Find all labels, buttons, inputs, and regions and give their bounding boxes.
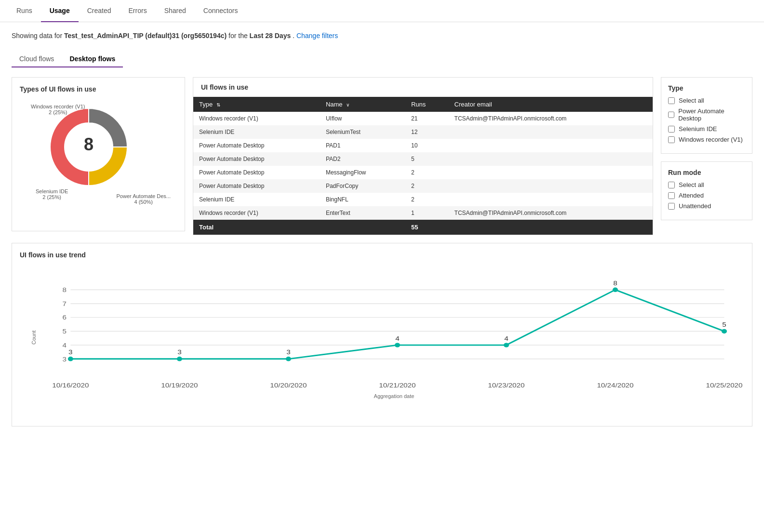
nav-tab-usage[interactable]: Usage xyxy=(41,0,79,22)
svg-text:3: 3 xyxy=(177,348,182,356)
total-label: Total xyxy=(193,220,320,235)
run-mode-filter-option-0: Select all xyxy=(668,181,745,188)
run-mode-filter-option-1: Attended xyxy=(668,192,745,199)
svg-point-21 xyxy=(395,343,400,347)
type-filter-option-2: Selenium IDE xyxy=(668,125,745,133)
type-filter-option-0: Select all xyxy=(668,97,745,104)
run-mode-checkbox-1[interactable] xyxy=(668,192,675,199)
svg-text:10/19/2020: 10/19/2020 xyxy=(161,382,198,389)
svg-text:7: 7 xyxy=(63,300,67,307)
col-creator[interactable]: Creator email xyxy=(449,97,653,112)
run-mode-filter-card: Run mode Select allAttendedUnattended xyxy=(661,161,752,220)
flow-tab-desktop-flows[interactable]: Desktop flows xyxy=(62,51,123,66)
svg-text:10/23/2020: 10/23/2020 xyxy=(488,382,524,389)
svg-text:8: 8 xyxy=(63,286,67,293)
svg-point-15 xyxy=(177,357,182,361)
svg-text:4: 4 xyxy=(395,335,400,342)
nav-tab-errors[interactable]: Errors xyxy=(120,0,156,22)
svg-text:3: 3 xyxy=(63,356,67,363)
type-filter-option-3: Windows recorder (V1) xyxy=(668,136,745,143)
flow-tab-cloud-flows[interactable]: Cloud flows xyxy=(12,51,62,66)
table-row: Power Automate DesktopMessagingFlow2 xyxy=(193,166,653,179)
table-row: Selenium IDEBingNFL2 xyxy=(193,193,653,206)
svg-text:8: 8 xyxy=(613,279,617,287)
donut-label-pad: Power Automate Des...4 (50%) xyxy=(117,193,171,205)
type-filter-checkbox-3[interactable] xyxy=(668,136,675,143)
table-title: UI flows in use xyxy=(193,78,653,97)
svg-text:10/20/2020: 10/20/2020 xyxy=(270,382,307,389)
donut-center: 8 xyxy=(84,134,94,154)
svg-text:3: 3 xyxy=(286,348,291,356)
trend-title: UI flows in use trend xyxy=(20,251,744,259)
type-filter-card: Type Select allPower Automate DesktopSel… xyxy=(661,77,752,154)
svg-text:10/21/2020: 10/21/2020 xyxy=(379,382,416,389)
col-runs[interactable]: Runs xyxy=(405,97,449,112)
svg-text:4: 4 xyxy=(63,342,67,349)
svg-text:5: 5 xyxy=(63,328,67,335)
ui-flows-table-card: UI flows in use Type ⇅ Name ∨ Runs Creat… xyxy=(193,77,653,235)
run-mode-checkbox-0[interactable] xyxy=(668,182,675,188)
type-filter-title: Type xyxy=(668,84,745,92)
svg-text:10/24/2020: 10/24/2020 xyxy=(597,382,633,389)
x-axis-label: Aggregation date xyxy=(44,393,744,399)
trend-card: UI flows in use trend Count 345678310/16… xyxy=(12,243,752,426)
svg-point-12 xyxy=(68,357,73,361)
y-axis-label: Count xyxy=(31,330,37,344)
svg-text:4: 4 xyxy=(504,335,509,342)
svg-text:6: 6 xyxy=(63,314,67,321)
subtitle-text: Showing data for Test_test_AdminAPI_TIP … xyxy=(12,32,752,40)
period-label: Last 28 Days xyxy=(250,32,291,40)
table-row: Power Automate DesktopPAD110 xyxy=(193,139,653,152)
run-mode-filter-option-2: Unattended xyxy=(668,202,745,210)
svg-text:10/25/2020: 10/25/2020 xyxy=(706,382,742,389)
svg-point-18 xyxy=(286,357,291,361)
nav-tab-shared[interactable]: Shared xyxy=(156,0,195,22)
col-name[interactable]: Name ∨ xyxy=(320,97,405,112)
ui-flows-table: Type ⇅ Name ∨ Runs Creator email Windows… xyxy=(193,97,653,235)
table-row: Windows recorder (V1)UIflow21TCSAdmin@TI… xyxy=(193,112,653,125)
svg-point-27 xyxy=(613,288,618,292)
run-mode-checkbox-2[interactable] xyxy=(668,203,675,210)
nav-tab-runs[interactable]: Runs xyxy=(8,0,41,22)
nav-tab-connectors[interactable]: Connectors xyxy=(195,0,247,22)
donut-chart: 8 Windows recorder (V1)2 (25%) Selenium … xyxy=(40,99,156,214)
donut-chart-card: Types of UI flows in use 8 Windows recor… xyxy=(12,77,185,231)
filter-panels: Type Select allPower Automate DesktopSel… xyxy=(661,77,752,220)
svg-text:10/16/2020: 10/16/2020 xyxy=(52,382,89,389)
donut-label-windows: Windows recorder (V1)2 (25%) xyxy=(31,104,85,115)
svg-point-24 xyxy=(504,343,509,347)
svg-text:3: 3 xyxy=(68,348,73,356)
trend-chart: 345678310/16/2020310/19/2020310/20/20204… xyxy=(44,265,744,390)
donut-title: Types of UI flows in use xyxy=(20,85,177,93)
org-name: Test_test_AdminAPI_TIP (default)31 (org5… xyxy=(64,32,227,40)
change-filters-link[interactable]: Change filters xyxy=(296,32,338,40)
svg-text:5: 5 xyxy=(722,321,726,328)
type-filter-option-1: Power Automate Desktop xyxy=(668,107,745,122)
table-row: Power Automate DesktopPadForCopy2 xyxy=(193,179,653,193)
table-row: Selenium IDESeleniumTest12 xyxy=(193,125,653,139)
col-type[interactable]: Type ⇅ xyxy=(193,97,320,112)
nav-tab-created[interactable]: Created xyxy=(79,0,120,22)
run-mode-filter-title: Run mode xyxy=(668,169,745,176)
flow-tabs: Cloud flowsDesktop flows xyxy=(12,51,123,67)
type-filter-checkbox-0[interactable] xyxy=(668,97,675,104)
type-filter-checkbox-2[interactable] xyxy=(668,126,675,133)
nav-tabs: RunsUsageCreatedErrorsSharedConnectors xyxy=(0,0,764,22)
table-row: Power Automate DesktopPAD25 xyxy=(193,152,653,166)
type-filter-checkbox-1[interactable] xyxy=(668,111,674,118)
total-value: 55 xyxy=(405,220,449,235)
svg-point-30 xyxy=(722,329,727,333)
table-row: Windows recorder (V1)EnterText1TCSAdmin@… xyxy=(193,206,653,220)
donut-label-selenium: Selenium IDE2 (25%) xyxy=(36,188,68,200)
